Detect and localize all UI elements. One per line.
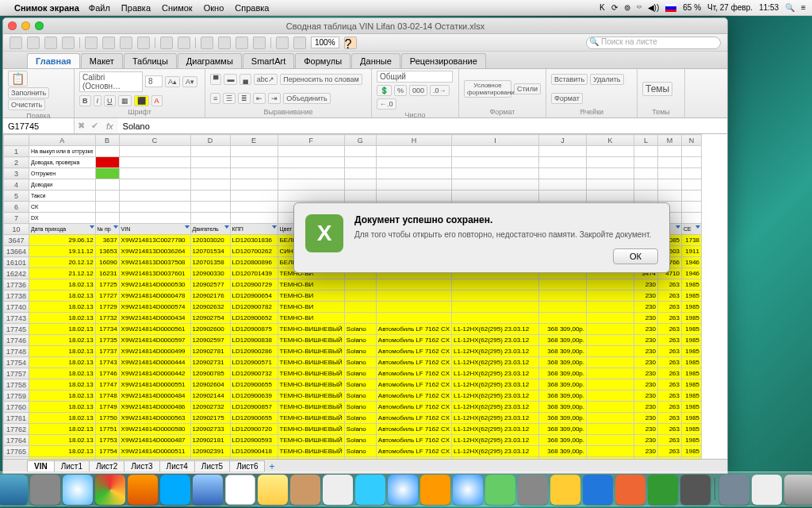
cell[interactable]: 230 [634, 291, 658, 302]
cell[interactable]: ТЕМНО-ВИШНЕВЫЙ [278, 346, 344, 357]
cell[interactable]: X9W214813D0037601 [119, 268, 190, 279]
dock-notes[interactable] [258, 475, 288, 505]
cell[interactable]: 1985 [682, 435, 702, 446]
cell[interactable]: На выкуп или в отгрузке [29, 146, 96, 157]
zoom-button[interactable] [35, 21, 44, 30]
cell[interactable]: 230 [634, 391, 658, 402]
cell[interactable]: L1-12HX(62(295) 23.03.12 [452, 335, 539, 346]
align-top-icon[interactable]: ▀ [210, 74, 221, 85]
align-left-icon[interactable]: ≡ [210, 93, 220, 104]
orientation-icon[interactable]: abc↗ [254, 74, 278, 85]
row-header[interactable]: 2 [4, 157, 29, 168]
cell[interactable] [452, 146, 539, 157]
row-header[interactable]: 17743 [4, 313, 29, 324]
cell[interactable]: 17747 [95, 379, 119, 391]
italic-button[interactable]: I [94, 95, 102, 106]
cell[interactable] [682, 202, 702, 213]
col-header-H[interactable]: H [376, 135, 451, 146]
fill-color-button[interactable]: ⬛ [134, 95, 149, 106]
cell[interactable]: 263 [658, 402, 682, 413]
cell[interactable]: 16090 [95, 257, 119, 268]
cell[interactable] [95, 179, 119, 190]
cell[interactable] [539, 190, 587, 202]
cell[interactable]: LD120900571 [230, 357, 278, 368]
cell[interactable] [682, 190, 702, 202]
undo-icon[interactable] [160, 37, 173, 49]
cell[interactable]: 368 309,00р. [539, 391, 587, 402]
sheet-tab-5[interactable]: Лист5 [194, 460, 230, 472]
tab-smartart[interactable]: SmartArt [243, 53, 294, 68]
cell[interactable]: Solano [344, 402, 376, 413]
cell[interactable]: 17735 [95, 335, 119, 346]
dialog-ok-button[interactable]: ОК [613, 248, 658, 264]
cell[interactable]: L1-12HX(62(295) 23.03.12 [452, 446, 539, 457]
cell[interactable]: ТЕМНО-ВИШНЕВЫЙ [278, 368, 344, 379]
cut-icon[interactable] [85, 37, 98, 49]
cell[interactable]: ТЕМНО-ВИ [278, 291, 344, 302]
cell[interactable]: 230 [634, 402, 658, 413]
cell[interactable] [278, 179, 344, 190]
spreadsheet-grid[interactable]: ABCDEFGHIJKLMN1На выкуп или в отгрузке2Д… [3, 134, 727, 459]
tab-tables[interactable]: Таблицы [124, 53, 177, 68]
menu-file[interactable]: Файл [89, 3, 110, 13]
battery-status[interactable]: 65 % [683, 3, 701, 12]
cell[interactable] [587, 391, 634, 402]
cell[interactable] [682, 168, 702, 179]
dock-word[interactable] [583, 475, 613, 505]
close-button[interactable] [8, 21, 17, 30]
cell[interactable]: Автомобиль LF 7162 CX [376, 379, 451, 391]
themes-button[interactable]: Темы [642, 82, 672, 96]
cell[interactable]: 18.02.13 [29, 279, 96, 291]
cell[interactable] [587, 402, 634, 413]
dock-preferences[interactable] [518, 475, 548, 505]
cell[interactable]: 368 309,00р. [539, 357, 587, 368]
cell[interactable]: X9W214814D0000580 [119, 424, 190, 435]
row-header[interactable]: 10 [4, 224, 29, 235]
cell[interactable]: 29.06.12 [29, 235, 96, 246]
cell[interactable] [452, 302, 539, 313]
row-header[interactable]: 7 [4, 213, 29, 224]
volume-icon[interactable]: ◀)) [648, 3, 660, 12]
cell[interactable]: ТЕМНО-ВИШНЕВЫЙ [278, 435, 344, 446]
percent-icon[interactable]: % [394, 85, 407, 96]
open-icon[interactable] [27, 37, 40, 49]
cell[interactable]: L1-12HX(62(295) 23.03.12 [452, 424, 539, 435]
sheet-tab-2[interactable]: Лист2 [89, 460, 124, 472]
cell[interactable] [587, 179, 634, 190]
cell[interactable]: 120902604 [190, 379, 230, 391]
dock-chrome[interactable] [95, 475, 125, 505]
cell[interactable]: 1985 [682, 357, 702, 368]
dock-calendar[interactable] [225, 475, 255, 505]
col-header-K[interactable]: K [587, 135, 634, 146]
cell[interactable] [587, 168, 634, 179]
filter-header[interactable]: VIN [119, 224, 190, 235]
zoom-level[interactable]: 100% [311, 37, 339, 48]
dock-mail[interactable] [193, 475, 223, 505]
sort-icon[interactable] [218, 37, 231, 49]
cell[interactable]: L1-12HX(62(295) 23.03.12 [452, 357, 539, 368]
formula-input[interactable]: Solano [118, 118, 727, 133]
cell[interactable]: 17750 [95, 413, 119, 424]
cell[interactable]: L1-12HX(62(295) 23.03.12 [452, 368, 539, 379]
cell[interactable]: 17727 [95, 291, 119, 302]
row-header[interactable]: 3 [4, 168, 29, 179]
row-header[interactable]: 17772 [4, 457, 29, 460]
cell[interactable]: DX [29, 213, 96, 224]
cell[interactable] [587, 157, 634, 168]
cell[interactable] [376, 302, 451, 313]
row-header[interactable]: 5 [4, 190, 29, 202]
cell[interactable]: Solano [344, 457, 376, 460]
cell[interactable] [230, 179, 278, 190]
cell[interactable] [344, 313, 376, 324]
cell[interactable]: 120902781 [190, 346, 230, 357]
dock-trash[interactable] [784, 475, 812, 505]
cell[interactable] [95, 146, 119, 157]
dock-safari[interactable] [63, 475, 93, 505]
cell[interactable] [682, 457, 702, 460]
cell[interactable]: LD120900782 [230, 302, 278, 313]
row-header[interactable]: 17746 [4, 335, 29, 346]
cell[interactable]: X9W214814D0000574 [119, 302, 190, 313]
cell[interactable] [658, 457, 682, 460]
fx-label[interactable]: fx [102, 121, 118, 131]
underline-button[interactable]: U [104, 95, 116, 106]
